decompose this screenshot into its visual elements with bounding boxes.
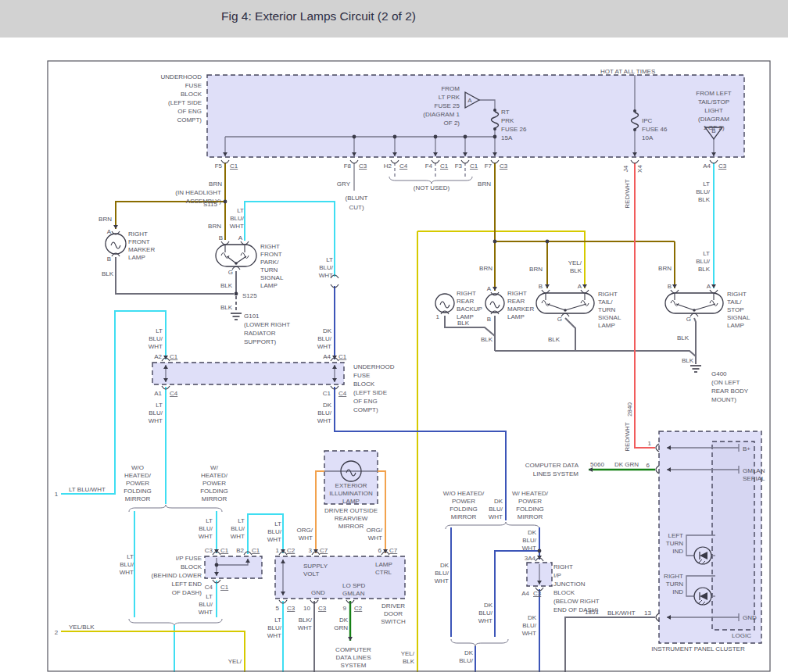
diagram-label: BRN [658, 265, 672, 272]
diagram-label: RIGHT [128, 231, 148, 238]
diagram-label: GND [311, 589, 325, 596]
diagram-label: J4 [622, 165, 629, 172]
diagram-label: LT [127, 553, 134, 560]
diagram-label: WHT [199, 609, 213, 616]
diagram-label: BACKUP [457, 306, 482, 313]
splice-dot [353, 135, 356, 139]
diagram-label: W/ HEATED/ [512, 490, 549, 497]
diagram-label: C4 [205, 584, 213, 591]
arrowhead [545, 284, 550, 288]
diagram-label: C7 [389, 547, 398, 554]
diagram-label: (LOWER RIGHT [244, 321, 290, 328]
lamp-icon [485, 294, 504, 313]
diagram-label: BRN [479, 265, 492, 272]
splice-dot [493, 240, 497, 244]
diagram-label: BLK [102, 270, 114, 277]
diagram-label: FUSE [353, 372, 370, 379]
diagram-label: BLU/ [199, 525, 213, 532]
diagram-label: 2840 [626, 402, 633, 416]
diagram-label: 10 [303, 605, 310, 612]
diagram-label: GMLAN [342, 590, 365, 597]
diagram-label: COMPUTER [335, 646, 371, 653]
arrowhead [672, 284, 677, 288]
diagram-label: C3 [718, 163, 727, 170]
diagram-label: BLK [570, 267, 582, 274]
diagram-label: EXTERIOR [335, 482, 367, 489]
diagram-label: I/P FUSE [176, 555, 202, 562]
diagram-label: BLU/ [478, 609, 493, 617]
diagram-label: 1 OF 2) [703, 124, 724, 131]
diagram-label: SUPPLY [303, 563, 328, 570]
diagram-label: WHT [478, 617, 492, 624]
pin-connector-icon [432, 160, 439, 163]
diagram-label: C3 [533, 590, 542, 597]
diagram-label: C1 [230, 163, 238, 170]
diagram-label: A [238, 234, 243, 241]
diagram-label: BLU/ [522, 622, 537, 629]
diagram-label: IND [672, 548, 683, 555]
diagram-label: HEATED/ [124, 472, 152, 479]
diagram-label: DK [528, 614, 537, 621]
diagram-label: (LEFT SIDE [168, 99, 202, 106]
diagram-label: 13 [644, 609, 651, 617]
diagram-label: C1 [220, 584, 229, 591]
diagram-label: F4 [425, 163, 433, 170]
diagram-label: B [219, 234, 223, 241]
wire [116, 257, 234, 294]
dual-lamp-icon [676, 304, 694, 310]
diagram-label: S125 [242, 292, 257, 299]
diagram-label: COMPUTER DATA [525, 462, 579, 469]
diagram-label: DRIVER OUTSIDE [324, 507, 378, 514]
diagram-label: BRN [529, 266, 543, 273]
diagram-label: BLOCK [553, 589, 575, 596]
diagram-label: C1 [338, 353, 347, 360]
diagram-label: IND [672, 588, 683, 595]
diagram-label: WHT [230, 223, 244, 230]
diagram-label: G [228, 269, 233, 276]
diagram-label: DRIVER [381, 602, 405, 609]
diagram-label: HOT AT ALL TIMES [600, 68, 655, 75]
diagram-label: YEL/ [228, 658, 242, 665]
diagram-label: RIGHT [553, 563, 573, 570]
diagram-label: HEATED/ [201, 472, 228, 479]
dual-lamp-icon [565, 304, 586, 310]
diagram-label: LT [274, 520, 281, 527]
dual-lamp-icon [547, 304, 565, 310]
pin-connector-icon [350, 160, 358, 163]
wire [635, 163, 655, 448]
wire [565, 617, 655, 672]
diagram-label: WHT [435, 577, 449, 584]
diagram-label: WHT [368, 534, 382, 542]
diagram-label: BLOCK [181, 563, 202, 570]
splice-dot [464, 135, 467, 139]
pin-connector-icon [461, 160, 469, 163]
diagram-label: (BEHIND LOWER [152, 572, 202, 579]
diagram-label: BLU/ [120, 561, 134, 568]
diagram-label: WHT [298, 624, 312, 631]
diagram-label: SIGNAL [727, 314, 750, 321]
diagram-label: BLU/ [317, 409, 332, 416]
diagram-label: STOP [727, 306, 744, 313]
diagram-label: C4 [338, 390, 347, 397]
diagram-label: SUPPORT) [244, 338, 277, 345]
diagram-label: TURN [598, 306, 615, 313]
diagram-label: DK [464, 649, 474, 656]
lamp-filament-icon [671, 301, 679, 306]
diagram-label: TAIL/ [727, 298, 742, 306]
diagram-label: DK GRN [614, 461, 639, 468]
diagram-label: TURN [666, 581, 683, 588]
diagram-label: B [539, 283, 543, 290]
lamp-icon [106, 234, 126, 254]
wire [694, 318, 696, 364]
wire [565, 318, 575, 351]
diagram-label: I/P [553, 572, 561, 579]
diagram-label: RIGHT [507, 290, 527, 297]
diagram-label: MIRROR [125, 495, 151, 502]
diagram-label: DK [528, 529, 537, 536]
brace [451, 639, 508, 646]
diagram-label: 15A [501, 134, 513, 141]
diagram-label: CTRL [375, 569, 392, 576]
diagram-label: A [578, 283, 582, 290]
diagram-label: LAMP [375, 561, 392, 568]
diagram-label: DK [440, 562, 450, 569]
